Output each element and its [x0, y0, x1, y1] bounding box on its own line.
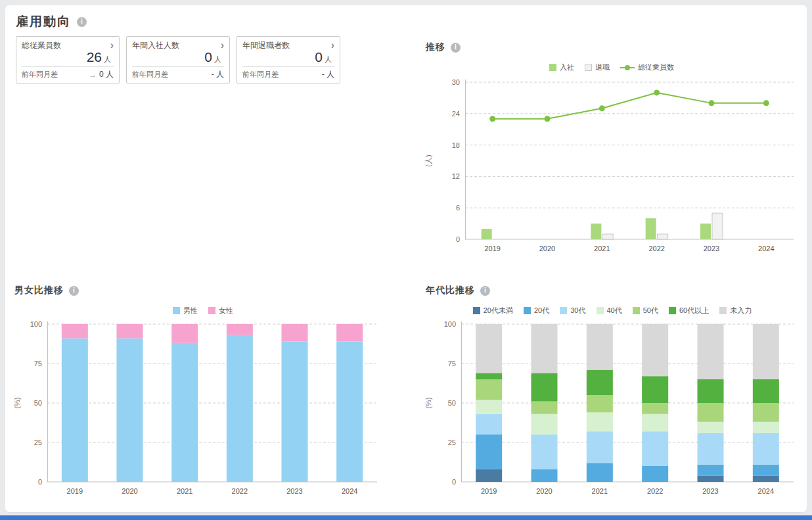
info-icon[interactable]: i	[451, 43, 461, 53]
segment-30代-2023[interactable]	[698, 433, 724, 465]
segment-60代以上-2023[interactable]	[698, 379, 724, 403]
segment-女性-2019[interactable]	[62, 324, 88, 339]
segment-未入力-2020[interactable]	[531, 324, 558, 373]
legend-item[interactable]: 男性	[173, 306, 198, 316]
legend-item[interactable]: 60代以上	[669, 306, 709, 316]
segment-20代-2020[interactable]	[531, 469, 558, 482]
y-tick-label: 0	[452, 478, 456, 486]
legend-item[interactable]: 未入力	[719, 306, 752, 316]
segment-20代未満-2019[interactable]	[476, 469, 502, 482]
line-point-総従業員数-2019[interactable]	[489, 116, 495, 122]
segment-40代-2023[interactable]	[698, 422, 724, 433]
legend-item[interactable]: 30代	[560, 306, 585, 316]
bar-入社-2022[interactable]	[646, 218, 656, 239]
segment-50代-2023[interactable]	[698, 403, 724, 422]
segment-20代未満-2023[interactable]	[698, 475, 724, 482]
info-icon[interactable]: i	[77, 17, 87, 27]
segment-50代-2021[interactable]	[587, 395, 613, 412]
kpi-card-annual-hires[interactable]: 年間入社人数 › 0 人 前年同月差 - 人	[126, 36, 230, 83]
age-ratio-chart: 0255075100(%)201920202021202220232024	[420, 316, 804, 513]
info-icon[interactable]: i	[69, 286, 79, 296]
legend-item[interactable]: 入社	[549, 62, 574, 72]
legend-item[interactable]: 40代	[597, 306, 622, 316]
x-tick-label: 2020	[539, 245, 555, 252]
segment-女性-2023[interactable]	[282, 324, 308, 341]
segment-60代以上-2019[interactable]	[476, 373, 502, 379]
kpi-diff-label: 前年同月差	[132, 70, 168, 80]
line-point-総従業員数-2022[interactable]	[654, 89, 660, 95]
line-point-総従業員数-2023[interactable]	[709, 100, 715, 106]
segment-男性-2023[interactable]	[282, 341, 308, 482]
segment-60代以上-2020[interactable]	[531, 373, 558, 401]
legend-item[interactable]: 女性	[208, 306, 233, 316]
segment-20代-2021[interactable]	[587, 463, 613, 482]
kpi-diff-row: 前年同月差 → 0 人	[22, 66, 114, 80]
segment-30代-2022[interactable]	[642, 431, 668, 466]
bar-退職-2022[interactable]	[658, 234, 668, 239]
y-tick-label: 0	[38, 478, 42, 486]
y-tick-label: 25	[448, 438, 456, 446]
bar-退職-2021[interactable]	[602, 234, 613, 239]
kpi-card-total-employees[interactable]: 総従業員数 › 26 人 前年同月差 → 0 人	[16, 36, 120, 83]
segment-20代-2024[interactable]	[753, 465, 779, 476]
bar-入社-2021[interactable]	[591, 224, 601, 239]
segment-40代-2020[interactable]	[531, 414, 558, 435]
segment-30代-2024[interactable]	[753, 433, 779, 465]
segment-50代-2020[interactable]	[531, 402, 558, 414]
x-tick-label: 2020	[122, 487, 137, 495]
segment-男性-2020[interactable]	[117, 339, 143, 482]
segment-40代-2021[interactable]	[587, 412, 613, 431]
x-tick-label: 2021	[592, 487, 608, 495]
segment-40代-2024[interactable]	[753, 422, 779, 433]
bar-入社-2019[interactable]	[482, 229, 492, 239]
segment-20代未満-2024[interactable]	[753, 475, 779, 482]
segment-20代-2023[interactable]	[698, 465, 724, 476]
segment-女性-2022[interactable]	[227, 324, 253, 335]
segment-未入力-2021[interactable]	[587, 324, 613, 370]
line-point-総従業員数-2020[interactable]	[545, 116, 551, 122]
legend-item[interactable]: 総従業員数	[620, 62, 674, 72]
bar-入社-2023[interactable]	[700, 224, 711, 239]
age-ratio-chart-block: 年代比推移 i 20代未満20代30代40代50代60代以上未入力 025507…	[420, 285, 804, 511]
legend-label: 入社	[560, 62, 574, 72]
segment-50代-2019[interactable]	[476, 379, 502, 400]
segment-未入力-2023[interactable]	[698, 324, 724, 379]
segment-50代-2024[interactable]	[753, 403, 779, 422]
segment-未入力-2022[interactable]	[642, 324, 668, 376]
segment-60代以上-2024[interactable]	[753, 379, 779, 403]
x-tick-label: 2022	[647, 487, 663, 495]
legend-item[interactable]: 50代	[633, 306, 658, 316]
line-point-総従業員数-2024[interactable]	[763, 100, 769, 106]
legend-label: 未入力	[730, 306, 752, 316]
kpi-card-annual-leavers[interactable]: 年間退職者数 › 0 人 前年同月差 - 人	[237, 36, 340, 83]
segment-60代以上-2022[interactable]	[642, 376, 668, 403]
kpi-value-row: 26 人	[22, 49, 114, 65]
segment-40代-2019[interactable]	[476, 400, 502, 414]
segment-50代-2022[interactable]	[642, 403, 668, 414]
segment-20代-2019[interactable]	[476, 435, 502, 469]
segment-女性-2020[interactable]	[117, 324, 143, 339]
legend-swatch	[560, 307, 567, 314]
segment-30代-2021[interactable]	[587, 431, 613, 463]
segment-男性-2019[interactable]	[62, 339, 88, 482]
segment-男性-2022[interactable]	[227, 335, 253, 482]
info-icon[interactable]: i	[480, 286, 490, 296]
legend-swatch	[173, 307, 180, 314]
arrow-right-icon: →	[89, 70, 97, 80]
line-point-総従業員数-2021[interactable]	[599, 105, 605, 111]
segment-60代以上-2021[interactable]	[587, 370, 613, 395]
legend-item[interactable]: 退職	[585, 62, 610, 72]
segment-20代-2022[interactable]	[642, 466, 668, 482]
segment-男性-2021[interactable]	[171, 343, 198, 482]
segment-未入力-2024[interactable]	[753, 324, 779, 379]
segment-30代-2020[interactable]	[531, 435, 558, 469]
segment-未入力-2019[interactable]	[476, 324, 502, 373]
segment-女性-2021[interactable]	[171, 324, 198, 343]
segment-40代-2022[interactable]	[642, 414, 668, 431]
legend-item[interactable]: 20代	[524, 306, 549, 316]
segment-女性-2024[interactable]	[336, 324, 363, 341]
segment-男性-2024[interactable]	[336, 341, 363, 482]
legend-item[interactable]: 20代未満	[473, 306, 513, 316]
bar-退職-2023[interactable]	[712, 213, 723, 239]
segment-30代-2019[interactable]	[476, 414, 502, 435]
